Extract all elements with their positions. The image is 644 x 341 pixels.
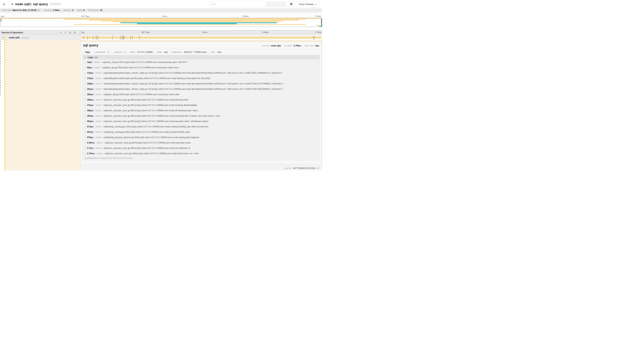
span-duration-bar[interactable]	[81, 36, 321, 39]
log-chevron-right-icon: ›	[85, 131, 86, 133]
log-equals: =	[100, 61, 101, 63]
span-bar-cell[interactable]	[81, 35, 322, 40]
tag-equals: =	[106, 51, 107, 53]
log-marker-tick[interactable]	[132, 36, 132, 40]
log-row[interactable]: › 495μs: event = ‹sql/conn_executor_exec…	[83, 113, 320, 119]
log-row[interactable]: › 502μs: event = ‹sql/conn_executor_exec…	[83, 119, 320, 124]
minimap-viewport[interactable]	[1, 18, 321, 27]
log-row[interactable]: › 80μs: event = ‹sql/plan_opt.go:358 [ns…	[83, 65, 320, 70]
log-marker-tick[interactable]	[88, 36, 88, 40]
log-row[interactable]: › 2.69ms: event = ‹sql/conn_executor_exe…	[83, 140, 320, 145]
log-field-key: event	[96, 142, 102, 144]
chevron-down-icon	[315, 3, 317, 5]
focus-target-icon[interactable]	[268, 3, 270, 5]
log-message: ‹sql/conn_executor_exec.go:684 [nsql1,cl…	[103, 99, 188, 101]
logs-header[interactable]: Logs (18)	[83, 55, 320, 60]
detail-span-bar-strip	[81, 40, 322, 42]
tag-equals: =	[162, 51, 163, 53]
log-marker-tick[interactable]	[313, 36, 314, 40]
log-message: ‹sql/exec_util.go:2297 [nsql1,client=127…	[102, 61, 187, 63]
log-timestamp: 486μs:	[87, 109, 94, 112]
column-resize-handle[interactable]	[79, 33, 80, 34]
log-row[interactable]: › 201μs: event = ‹sql/catalog/lease/desc…	[83, 86, 320, 92]
log-row[interactable]: › 597μs: event = ‹sql/distsql_running.go…	[83, 129, 320, 135]
find-box	[209, 2, 286, 7]
link-icon[interactable]	[317, 167, 319, 169]
log-chevron-right-icon: ›	[85, 109, 86, 112]
log-equals: =	[103, 142, 104, 144]
log-row[interactable]: › 678μs: event = ‹sql/distsql_physical_p…	[83, 135, 320, 140]
find-input[interactable]	[209, 2, 266, 7]
log-timestamp: 80μs:	[87, 66, 93, 69]
log-marker-tick[interactable]	[84, 36, 84, 40]
tag-equals: =	[216, 51, 216, 53]
tags-chevron-right-icon: ›	[83, 51, 84, 54]
log-equals: =	[103, 152, 104, 155]
log-row[interactable]: › 2.7ms: event = ‹sql/conn_executor_exec…	[83, 145, 320, 151]
back-button[interactable]	[0, 0, 8, 8]
trace-view-selector[interactable]: Trace Timeline	[296, 1, 320, 8]
log-chevron-right-icon: ›	[85, 125, 86, 128]
log-chevron-right-icon: ›	[85, 136, 86, 139]
collapse-all-double-chevron-down-icon[interactable]	[69, 31, 71, 34]
log-marker-tick[interactable]	[314, 36, 314, 40]
summary-value: 6	[84, 9, 85, 12]
log-field-key: event	[96, 104, 101, 106]
minimap-right-scrubber[interactable]	[321, 18, 321, 27]
log-equals: =	[102, 104, 102, 106]
log-row[interactable]: › 142μs: event = ‹sql/catalog/lease/desc…	[83, 70, 320, 76]
left-scrollbar-thumb[interactable]	[0, 41, 0, 97]
log-row[interactable]: › 486μs: event = ‹sql/conn_executor_exec…	[83, 108, 320, 113]
find-next-chevron-down-icon[interactable]	[277, 3, 280, 5]
log-message: ‹sql/conn_executor_exec.go:684 [nsql1,cl…	[103, 147, 190, 149]
service-operation-header: Service & Operation	[0, 30, 81, 35]
log-marker-tick[interactable]	[139, 36, 140, 40]
log-row[interactable]: › 34μs: event = ‹sql/exec_util.go:2297 […	[83, 60, 320, 65]
log-marker-tick[interactable]	[93, 36, 93, 40]
log-marker-tick[interactable]	[130, 36, 130, 40]
clear-find-x-icon[interactable]	[282, 3, 284, 5]
summary-item: Total Spans 10	[88, 9, 102, 12]
tags-row[interactable]: › Tags: _unfinished = 1 _verbose = 1 cli…	[82, 49, 320, 55]
summary-label: Depth	[77, 9, 82, 12]
log-field-key: event	[96, 88, 101, 90]
log-row[interactable]: › 366μs: event = ‹sql/plan_opt.go:358 [n…	[83, 92, 320, 97]
log-row[interactable]: › 476μs: event = ‹sql/conn_executor_exec…	[83, 102, 320, 108]
log-marker-tick[interactable]	[98, 36, 98, 40]
log-row[interactable]: › 459μs: event = ‹sql/conn_executor_exec…	[83, 97, 320, 102]
right-scrollbar-thumb[interactable]	[322, 18, 322, 27]
log-marker-tick[interactable]	[112, 36, 112, 40]
meta-separator	[302, 45, 303, 47]
log-chevron-right-icon: ›	[85, 88, 86, 91]
log-timestamp: 142μs:	[87, 72, 94, 74]
span-name-cell[interactable]: node sql1 sql query	[0, 35, 81, 40]
span-detail-row: sql query Service:node sql1Duration:2.79…	[0, 40, 322, 171]
keyboard-shortcuts-button[interactable]: ⌘	[288, 1, 294, 8]
expand-one-chevron-right-icon[interactable]	[64, 31, 67, 34]
log-message: ‹sql/catalog/lease/descriptor_version_st…	[103, 83, 283, 85]
log-message: ‹sql/distsql_running.go:498 [nsql1,clien…	[103, 131, 190, 133]
find-suffix	[266, 2, 286, 7]
log-row[interactable]: › 189μs: event = ‹sql/catalog/lease/desc…	[83, 81, 320, 86]
log-row[interactable]: › 176μs: event = ‹sql/catalog/descs/desc…	[83, 76, 320, 81]
log-message: ‹sql/conn_executor_exec.go:684 [nsql1,cl…	[103, 109, 198, 112]
log-timestamp: 495μs:	[87, 115, 94, 117]
expand-all-double-chevron-right-icon[interactable]	[74, 31, 76, 34]
collapse-trace-chevron-icon[interactable]	[11, 3, 14, 6]
tag-chip: _unfinished = 1	[92, 51, 111, 53]
find-prev-chevron-up-icon[interactable]	[273, 3, 275, 5]
command-icon: ⌘	[290, 3, 292, 6]
service-operation-title: Service & Operation	[0, 31, 60, 34]
log-field-key: event	[96, 125, 101, 128]
collapse-one-chevron-down-icon[interactable]	[60, 31, 62, 34]
span-collapse-chevron-icon[interactable]	[2, 36, 4, 39]
summary-value: 2.79ms	[53, 9, 60, 12]
span-row: node sql1 sql query	[0, 35, 322, 40]
log-chevron-right-icon: ›	[85, 82, 86, 85]
log-marker-tick[interactable]	[123, 36, 123, 40]
detail-title-bar[interactable]: sql query Service:node sql1Duration:2.79…	[82, 42, 320, 49]
log-marker-tick[interactable]	[120, 36, 120, 40]
log-row[interactable]: › 2.79ms: event = ‹sql/conn_executor_exe…	[83, 151, 320, 156]
trace-view-selector-label: Trace Timeline	[299, 3, 314, 6]
log-row[interactable]: › 574μs: event = ‹sql/distsql_running.go…	[83, 124, 320, 129]
